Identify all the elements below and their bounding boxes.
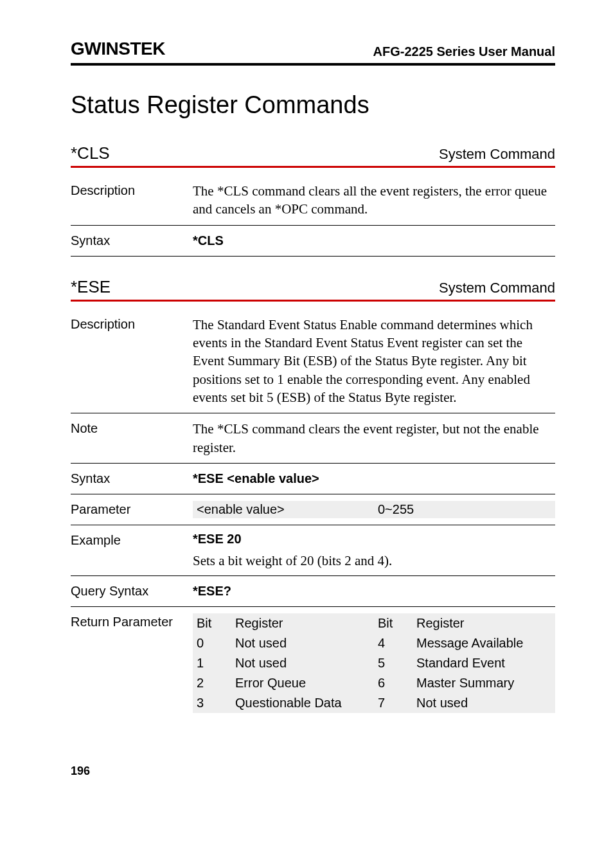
syntax-row: Syntax *CLS — [71, 226, 555, 257]
return-parameter-row: Return Parameter Bit Register Bit Regist… — [71, 607, 555, 719]
bit-header: Bit — [374, 613, 413, 633]
bit-7-desc: Not used — [413, 693, 555, 713]
bit-6: 6 — [374, 673, 413, 693]
example-command: *ESE 20 — [193, 532, 555, 547]
command-name: *CLS — [71, 143, 110, 163]
bit-0: 0 — [193, 633, 231, 653]
return-table: Bit Register Bit Register 0 Not used 4 M… — [193, 613, 555, 713]
query-row: Query Syntax *ESE? — [71, 576, 555, 607]
note-row: Note The *CLS command clears the event r… — [71, 413, 555, 464]
example-body: *ESE 20 Sets a bit weight of 20 (bits 2 … — [193, 532, 555, 569]
parameter-row: Parameter <enable value> 0~255 — [71, 494, 555, 525]
bit-7: 7 — [374, 693, 413, 713]
return-label: Return Parameter — [71, 613, 193, 713]
example-row: Example *ESE 20 Sets a bit weight of 20 … — [71, 525, 555, 576]
command-type: System Command — [439, 280, 555, 296]
section-ese: *ESE System Command Description The Stan… — [71, 277, 555, 719]
query-body: *ESE? — [193, 583, 555, 600]
note-label: Note — [71, 420, 193, 457]
example-desc: Sets a bit weight of 20 (bits 2 and 4). — [193, 553, 555, 569]
syntax-body: *ESE <enable value> — [193, 470, 555, 487]
doc-name: AFG-2225 Series User Manual — [373, 44, 555, 59]
section-cls: *CLS System Command Description The *CLS… — [71, 143, 555, 257]
parameter-grid: <enable value> 0~255 — [193, 501, 555, 518]
description-row: Description The Standard Event Status En… — [71, 309, 555, 414]
note-body: The *CLS command clears the event regist… — [193, 420, 555, 457]
register-header: Register — [231, 613, 374, 633]
syntax-label: Syntax — [71, 232, 193, 249]
description-body: The *CLS command clears all the event re… — [193, 182, 555, 219]
command-type: System Command — [439, 146, 555, 163]
description-row: Description The *CLS command clears all … — [71, 176, 555, 226]
page-number: 196 — [71, 764, 555, 778]
param-range: 0~255 — [374, 501, 555, 518]
bit-6-desc: Master Summary — [413, 673, 555, 693]
syntax-label: Syntax — [71, 470, 193, 487]
bit-0-desc: Not used — [231, 633, 374, 653]
param-name: <enable value> — [193, 501, 374, 518]
description-label: Description — [71, 316, 193, 407]
bit-1: 1 — [193, 653, 231, 673]
bit-4-desc: Message Available — [413, 633, 555, 653]
bit-5: 5 — [374, 653, 413, 673]
syntax-row: Syntax *ESE <enable value> — [71, 464, 555, 494]
command-heading-row: *CLS System Command — [71, 143, 555, 168]
bit-3-desc: Questionable Data — [231, 693, 374, 713]
page-header: GWINSTEK AFG-2225 Series User Manual — [71, 39, 555, 66]
bit-2: 2 — [193, 673, 231, 693]
brand-logo: GWINSTEK — [71, 39, 165, 59]
description-body: The Standard Event Status Enable command… — [193, 316, 555, 407]
bit-1-desc: Not used — [231, 653, 374, 673]
bit-3: 3 — [193, 693, 231, 713]
register-header: Register — [413, 613, 555, 633]
bit-header: Bit — [193, 613, 231, 633]
bit-4: 4 — [374, 633, 413, 653]
brand-text: GWINSTEK — [71, 39, 165, 59]
query-label: Query Syntax — [71, 583, 193, 600]
parameter-label: Parameter — [71, 501, 193, 518]
description-label: Description — [71, 182, 193, 219]
command-heading-row: *ESE System Command — [71, 277, 555, 302]
command-name: *ESE — [71, 277, 111, 297]
bit-5-desc: Standard Event — [413, 653, 555, 673]
syntax-body: *CLS — [193, 232, 555, 249]
bit-2-desc: Error Queue — [231, 673, 374, 693]
example-label: Example — [71, 532, 193, 569]
page-title: Status Register Commands — [71, 91, 555, 119]
